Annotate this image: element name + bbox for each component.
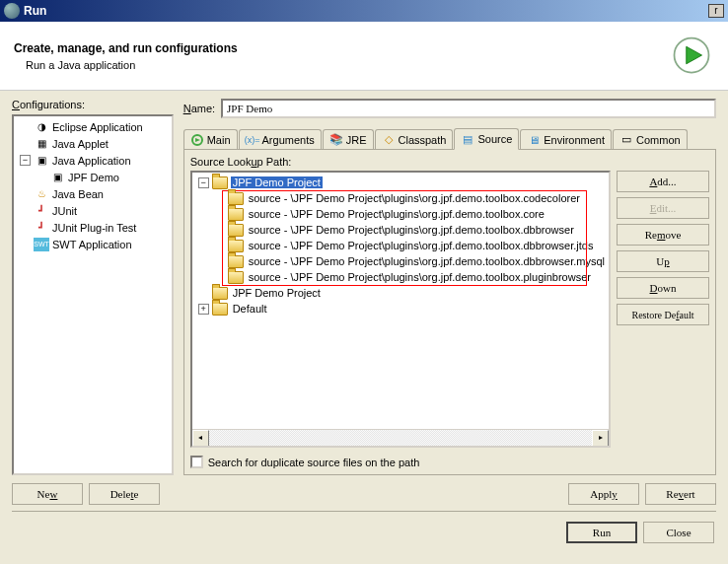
- lookup-item-source[interactable]: source - \JPF Demo Project\plugins\org.j…: [194, 238, 607, 253]
- source-lookup-label: Source Lookup Path:: [190, 156, 709, 168]
- classpath-tab-icon: ◇: [382, 133, 396, 147]
- main-tab-icon: [190, 133, 204, 147]
- tab-environment[interactable]: 🖥Environment: [520, 129, 612, 149]
- tree-item-eclipse-application[interactable]: ◑Eclipse Application: [16, 118, 170, 135]
- down-button[interactable]: Down: [617, 277, 709, 299]
- apply-button[interactable]: Apply: [568, 483, 639, 505]
- environment-tab-icon: 🖥: [527, 133, 541, 147]
- header-subtitle: Run a Java application: [14, 59, 671, 71]
- titlebar-title: Run: [24, 4, 708, 18]
- tab-common[interactable]: ▭Common: [613, 129, 688, 149]
- junit-plugin-icon: ┛: [34, 221, 49, 235]
- restore-default-button[interactable]: Restore Default: [617, 304, 709, 325]
- tab-arguments[interactable]: (x)=Arguments: [239, 129, 322, 149]
- horizontal-scrollbar[interactable]: ◂ ▸: [192, 429, 609, 446]
- folder-open-icon: [228, 224, 244, 237]
- folder-open-icon: [212, 176, 228, 189]
- search-duplicate-checkbox[interactable]: [190, 456, 203, 468]
- lookup-item-source[interactable]: source - \JPF Demo Project\plugins\org.j…: [194, 269, 607, 285]
- jre-tab-icon: 📚: [329, 133, 343, 147]
- lookup-item-jpf-demo-project[interactable]: JPF Demo Project: [194, 285, 607, 301]
- tab-classpath[interactable]: ◇Classpath: [375, 129, 454, 149]
- lookup-item-source[interactable]: source - \JPF Demo Project\plugins\org.j…: [194, 190, 607, 206]
- folder-open-icon: [212, 287, 228, 300]
- folder-open-icon: [228, 192, 244, 205]
- swt-icon: SWT: [34, 238, 49, 251]
- tree-item-swt-application[interactable]: SWTSWT Application: [16, 236, 170, 252]
- scroll-left-icon[interactable]: ◂: [192, 430, 209, 447]
- tree-item-java-applet[interactable]: ▦Java Applet: [16, 135, 170, 152]
- tree-collapse-icon[interactable]: −: [198, 177, 209, 188]
- tab-main[interactable]: Main: [183, 129, 238, 149]
- lookup-item-source[interactable]: source - \JPF Demo Project\plugins\org.j…: [194, 253, 607, 269]
- close-icon[interactable]: r: [708, 4, 724, 18]
- tree-collapse-icon[interactable]: −: [20, 155, 31, 166]
- name-input[interactable]: [221, 99, 716, 118]
- eclipse-icon: ◑: [34, 120, 49, 134]
- delete-button[interactable]: Delete: [89, 483, 160, 505]
- source-lookup-tree[interactable]: −JPF Demo Project source - \JPF Demo Pro…: [190, 171, 611, 448]
- configurations-label: Configurations:: [12, 99, 174, 110]
- bean-icon: ♨: [34, 187, 49, 201]
- edit-button: Edit...: [617, 197, 709, 219]
- folder-open-icon: [212, 303, 228, 316]
- lookup-item-default[interactable]: +Default: [194, 301, 607, 317]
- configurations-tree[interactable]: ◑Eclipse Application ▦Java Applet −▣Java…: [12, 114, 174, 475]
- tree-item-jpf-demo[interactable]: ▣JPF Demo: [16, 169, 170, 185]
- java-app-icon: ▣: [34, 154, 49, 168]
- revert-button[interactable]: Revert: [645, 483, 716, 505]
- name-label: Name:: [183, 103, 215, 114]
- source-tab-panel: Source Lookup Path: −JPF Demo Project so…: [183, 150, 716, 475]
- lookup-item-source[interactable]: source - \JPF Demo Project\plugins\org.j…: [194, 206, 607, 222]
- scroll-right-icon[interactable]: ▸: [592, 430, 609, 447]
- folder-open-icon: [228, 271, 244, 284]
- tab-jre[interactable]: 📚JRE: [323, 129, 374, 149]
- header-title: Create, manage, and run configurations: [14, 41, 671, 55]
- tree-item-java-bean[interactable]: ♨Java Bean: [16, 185, 170, 202]
- remove-button[interactable]: Remove: [617, 224, 709, 246]
- new-button[interactable]: New: [12, 483, 83, 505]
- search-duplicate-label: Search for duplicate source files on the…: [208, 457, 420, 468]
- folder-open-icon: [228, 255, 244, 268]
- titlebar: Run r: [0, 0, 728, 22]
- configurations-panel: Configurations: ◑Eclipse Application ▦Ja…: [12, 99, 174, 505]
- applet-icon: ▦: [34, 137, 49, 151]
- run-icon: [671, 35, 714, 78]
- add-button[interactable]: Add...: [617, 171, 709, 192]
- common-tab-icon: ▭: [619, 133, 633, 147]
- up-button[interactable]: Up: [617, 250, 709, 272]
- lookup-item-source[interactable]: source - \JPF Demo Project\plugins\org.j…: [194, 222, 607, 238]
- close-button[interactable]: Close: [643, 522, 714, 543]
- tab-source[interactable]: ▤Source: [454, 128, 519, 150]
- dialog-header: Create, manage, and run configurations R…: [0, 22, 728, 91]
- detail-panel: Name: Main (x)=Arguments 📚JRE ◇Classpath…: [183, 99, 716, 505]
- run-button[interactable]: Run: [566, 522, 637, 543]
- tab-bar: Main (x)=Arguments 📚JRE ◇Classpath ▤Sour…: [183, 128, 716, 150]
- folder-open-icon: [228, 240, 244, 252]
- tree-item-java-application[interactable]: −▣Java Application: [16, 152, 170, 169]
- junit-icon: ┛: [34, 204, 49, 218]
- svg-marker-3: [195, 138, 200, 142]
- lookup-item-jpf-demo-project-expanded[interactable]: −JPF Demo Project: [194, 175, 607, 190]
- tree-item-junit-plugin[interactable]: ┛JUnit Plug-in Test: [16, 219, 170, 236]
- source-tab-icon: ▤: [461, 132, 474, 146]
- folder-open-icon: [228, 208, 244, 221]
- scrollbar-track[interactable]: [209, 430, 592, 446]
- tree-expand-icon[interactable]: +: [198, 304, 209, 315]
- java-app-icon: ▣: [49, 171, 65, 184]
- arguments-tab-icon: (x)=: [246, 133, 259, 147]
- tree-item-junit[interactable]: ┛JUnit: [16, 202, 170, 219]
- app-icon: [4, 3, 20, 19]
